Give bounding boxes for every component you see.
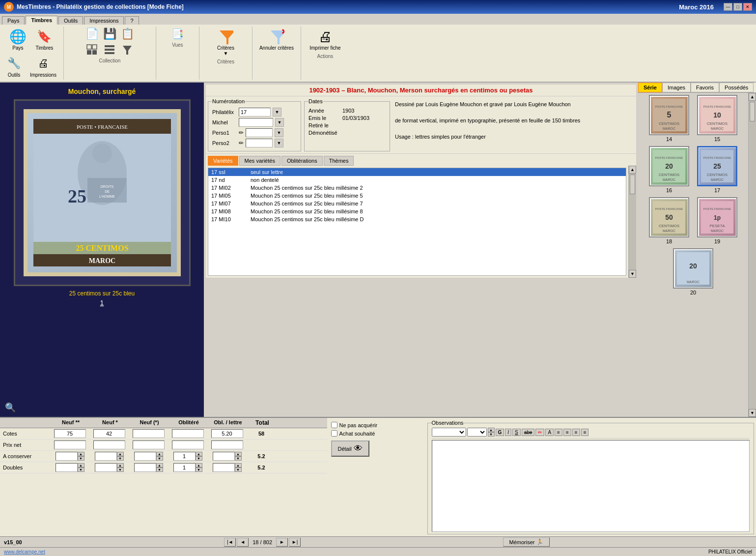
variety-row-mi08[interactable]: 17 MI08 Mouchon 25 centimos sur 25c bleu… [208,207,626,215]
nav-prev-btn[interactable]: ◄ [237,538,249,547]
menu-tab-impressions[interactable]: Impressions [84,16,124,25]
dbl-obllet-input[interactable] [213,463,235,472]
variety-row-mi07[interactable]: 17 MI07 Mouchon 25 centimos sur 25c bleu… [208,200,626,207]
imprimer-fiche-button[interactable]: 🖨 Imprimer fiche [307,27,343,53]
thumb-item-15[interactable]: POSTE FRANCAISE10CENTIMOSMAROC 15 [695,95,739,142]
conv-neuf1-down[interactable]: ▼ [117,456,124,461]
minimize-button[interactable]: — [724,3,732,11]
conv-neuf1-up[interactable]: ▲ [117,452,124,456]
obs-size-down[interactable]: ▼ [488,432,495,437]
dbl-neuf1-up[interactable]: ▲ [117,463,124,468]
right-tab-possedes[interactable]: Possédés [719,83,754,92]
detail-button[interactable]: Détail 👁 [331,440,369,457]
dbl-neuf2-input[interactable] [56,463,78,472]
obs-italic-btn[interactable]: I [505,429,511,436]
thumb-item-20[interactable]: 20MAROC 20 [671,248,715,295]
obs-align-center-btn[interactable]: ≡ [563,429,571,436]
right-tab-images[interactable]: Images [662,83,691,92]
conv-neuf0-up[interactable]: ▲ [156,452,163,456]
dbl-obllet-down[interactable]: ▼ [235,468,242,472]
right-tab-serie[interactable]: Série [638,83,662,92]
conv-obl-up[interactable]: ▲ [196,452,202,456]
collection-btn5[interactable] [102,42,117,57]
obs-justify-btn[interactable]: ≡ [581,429,589,436]
dbl-neuf0-up[interactable]: ▲ [156,463,163,468]
conv-obllet-input[interactable] [213,452,235,461]
thumb-item-17[interactable]: POSTE FRANCAISE25CENTIMOSMAROC 17 [695,146,739,193]
outils-button[interactable]: 🔧 Outils [3,54,25,80]
scroll-down-btn[interactable]: ▼ [629,270,636,278]
obs-size-select[interactable] [467,428,487,437]
cotes-neuf0-input[interactable] [133,429,165,438]
obs-font-select[interactable] [432,428,466,437]
tab-varietes[interactable]: Variétés [208,156,238,166]
tab-themes[interactable]: Thèmes [324,156,354,166]
dbl-obl-down[interactable]: ▼ [196,468,202,472]
obs-bold-btn[interactable]: G [496,429,504,436]
collection-btn3[interactable]: 📋 [119,27,135,41]
variety-row-ssl[interactable]: 17 ssl seul sur lettre [208,168,626,176]
close-button[interactable]: ✕ [743,3,752,11]
criteres-button[interactable]: Critères▼ [213,27,238,58]
philatelix-dropdown[interactable]: ▼ [273,108,281,117]
dbl-obllet-up[interactable]: ▲ [235,463,242,468]
perso2-edit-icon[interactable]: ✏ [239,140,244,146]
cotes-neuf2-input[interactable] [54,429,86,438]
annuler-criteres-button[interactable]: Annuler critères [256,27,297,53]
collection-btn4[interactable] [84,42,100,57]
thumb-item-19[interactable]: POSTE FRANCAISE1pPESETAMAROC 19 [695,197,739,244]
tab-obliterations[interactable]: Oblitérations [281,156,323,166]
cotes-neuf1-input[interactable] [93,429,125,438]
conv-obllet-down[interactable]: ▼ [235,456,242,461]
memoriser-button[interactable]: Mémoriser 🏃 [503,537,550,547]
right-scroll-thumb[interactable] [750,102,755,121]
obs-font-color-btn[interactable]: A [545,429,554,436]
timbres-button[interactable]: 🔖 Timbres [32,27,56,53]
obs-align-left-btn[interactable]: ≡ [555,429,562,436]
right-scroll-down[interactable]: ▼ [749,409,756,417]
perso1-edit-icon[interactable]: ✏ [239,129,244,136]
conv-obl-input[interactable] [173,452,196,461]
right-scroll-up[interactable]: ▲ [749,93,756,101]
scroll-up-btn[interactable]: ▲ [629,166,636,174]
perso2-input[interactable] [246,139,273,147]
perso1-input[interactable] [246,128,273,137]
obs-underline-btn[interactable]: S [512,429,521,436]
collection-btn2[interactable]: 💾 [102,27,117,41]
vues-btn[interactable]: 📑 [169,27,185,41]
menu-tab-outils[interactable]: Outils [58,16,83,25]
dbl-neuf0-input[interactable] [134,463,156,472]
variety-row-mi10[interactable]: 17 MI10 Mouchon 25 centimos sur 25c bleu… [208,215,626,223]
michel-dropdown[interactable]: ▼ [275,118,284,127]
thumb-item-18[interactable]: POSTE FRANCAISE50CENTIMOSMAROC 18 [647,197,691,244]
conv-neuf0-input[interactable] [134,452,156,461]
conv-neuf2-up[interactable]: ▲ [78,452,84,456]
dbl-neuf2-up[interactable]: ▲ [78,463,84,468]
dbl-obl-up[interactable]: ▲ [196,463,202,468]
conv-neuf2-input[interactable] [56,452,78,461]
obs-color-btn[interactable]: ✏ [535,429,544,436]
right-tab-favoris[interactable]: Favoris [691,83,719,92]
dbl-neuf2-down[interactable]: ▼ [78,468,84,472]
variety-row-nd[interactable]: 17 nd non dentelé [208,176,626,184]
conv-obllet-up[interactable]: ▲ [235,452,242,456]
impressions-button[interactable]: 🖨 Impressions [27,54,59,80]
collection-btn6[interactable] [119,42,135,57]
nav-last-btn[interactable]: ►| [289,538,301,547]
nav-first-btn[interactable]: |◄ [224,538,236,547]
prix-neuf2-input[interactable] [54,440,86,449]
cotes-obl-input[interactable] [172,429,204,438]
tab-mes-varietes[interactable]: Mes variétés [239,156,280,166]
thumb-item-14[interactable]: POSTE FRANCAISE5CENTIMOSMAROC 14 [647,95,691,142]
cotes-obllet-input[interactable] [211,429,243,438]
zoom-icon[interactable]: 🔍 [5,402,16,413]
menu-tab-help[interactable]: ? [125,16,139,25]
scroll-thumb[interactable] [630,175,635,194]
achat-souhaite-checkbox[interactable] [331,430,337,437]
nav-next-btn[interactable]: ► [276,538,288,547]
obs-strike-btn[interactable]: abe [522,429,535,436]
obs-align-right-btn[interactable]: ≡ [572,429,580,436]
prix-obl-input[interactable] [172,440,204,449]
philatelix-input[interactable] [239,108,271,117]
conv-neuf2-down[interactable]: ▼ [78,456,84,461]
